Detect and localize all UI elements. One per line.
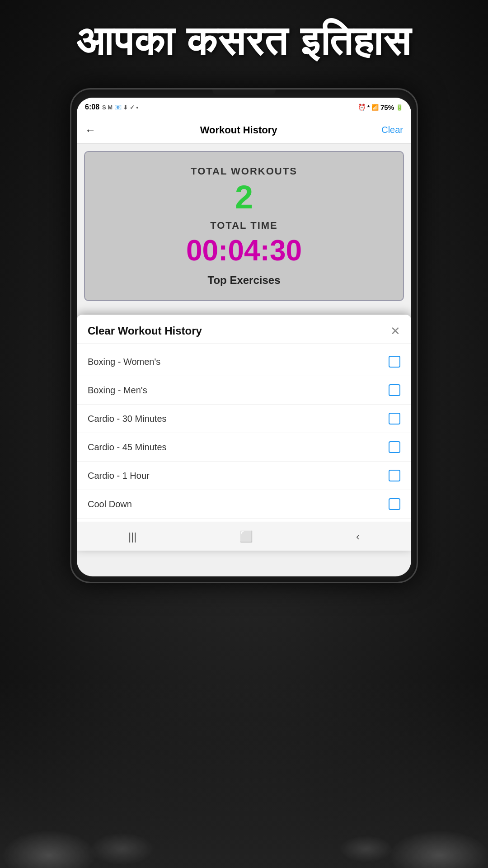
workout-item-label: Boxing - Women's bbox=[88, 357, 160, 367]
total-workouts-value: 2 bbox=[94, 179, 394, 215]
modal-header: Clear Workout History ✕ bbox=[77, 315, 411, 344]
clear-history-modal: Clear Workout History ✕ Boxing - Women's… bbox=[77, 315, 411, 551]
workout-list: Boxing - Women's Boxing - Men's Cardio -… bbox=[77, 344, 411, 551]
nav-bar: ||| ⬜ ‹ bbox=[77, 522, 411, 551]
status-bar: 6:08 S M 📧 ⬇ ✓ • ⏰ * 📶 75% 🔋 bbox=[77, 98, 411, 117]
phone-screen: 6:08 S M 📧 ⬇ ✓ • ⏰ * 📶 75% 🔋 ← Workout H… bbox=[77, 98, 411, 576]
total-workouts-label: TOTAL WORKOUTS bbox=[94, 165, 394, 177]
home-button[interactable]: ⬜ bbox=[239, 530, 253, 543]
status-right: ⏰ * 📶 75% 🔋 bbox=[358, 104, 403, 111]
list-item: Boxing - Women's bbox=[77, 348, 411, 376]
workout-item-label: Boxing - Men's bbox=[88, 385, 147, 396]
status-icons: S M 📧 ⬇ ✓ • bbox=[102, 104, 138, 111]
battery-level: 75% bbox=[380, 104, 394, 111]
list-item: Boxing - Men's bbox=[77, 376, 411, 405]
workout-checkbox[interactable] bbox=[389, 356, 400, 368]
modal-title: Clear Workout History bbox=[88, 325, 202, 337]
stats-card: TOTAL WORKOUTS 2 TOTAL TIME 00:04:30 Top… bbox=[84, 151, 404, 301]
bluetooth-icon: * bbox=[367, 104, 370, 111]
clear-button[interactable]: Clear bbox=[381, 125, 403, 135]
total-time-value: 00:04:30 bbox=[94, 234, 394, 267]
workout-item-label: Cardio - 30 Minutes bbox=[88, 414, 167, 424]
list-item: Cardio - 45 Minutes bbox=[77, 433, 411, 462]
total-time-label: TOTAL TIME bbox=[94, 220, 394, 231]
back-button[interactable]: ← bbox=[85, 124, 96, 137]
workout-checkbox[interactable] bbox=[389, 498, 400, 510]
workout-item-label: Cool Down bbox=[88, 499, 132, 509]
back-nav-button[interactable]: ‹ bbox=[356, 530, 360, 543]
workout-checkbox[interactable] bbox=[389, 384, 400, 396]
status-left: 6:08 S M 📧 ⬇ ✓ • bbox=[85, 103, 138, 111]
recents-button[interactable]: ||| bbox=[128, 530, 137, 543]
workout-item-label: Cardio - 45 Minutes bbox=[88, 442, 167, 453]
gym-equipment-decoration bbox=[0, 741, 488, 868]
app-bar-title: Workout History bbox=[200, 124, 277, 136]
modal-close-button[interactable]: ✕ bbox=[390, 325, 400, 337]
workout-checkbox[interactable] bbox=[389, 413, 400, 425]
phone-frame: 6:08 S M 📧 ⬇ ✓ • ⏰ * 📶 75% 🔋 ← Workout H… bbox=[70, 88, 418, 583]
signal-icon: 📶 bbox=[371, 104, 379, 111]
list-item: Cardio - 30 Minutes bbox=[77, 405, 411, 433]
battery-icon: 🔋 bbox=[396, 104, 403, 111]
phone-notch bbox=[212, 90, 276, 95]
top-exercises-label: Top Exercises bbox=[94, 274, 394, 287]
workout-checkbox[interactable] bbox=[389, 470, 400, 481]
workout-item-label: Cardio - 1 Hour bbox=[88, 471, 150, 481]
status-time: 6:08 bbox=[85, 103, 99, 111]
workout-checkbox[interactable] bbox=[389, 441, 400, 453]
app-bar: ← Workout History Clear bbox=[77, 117, 411, 144]
gym-background bbox=[0, 678, 488, 868]
alarm-icon: ⏰ bbox=[358, 104, 366, 111]
page-title: आपका कसरत इतिहास bbox=[0, 18, 488, 66]
list-item: Cardio - 1 Hour bbox=[77, 462, 411, 490]
list-item: Cool Down bbox=[77, 490, 411, 519]
